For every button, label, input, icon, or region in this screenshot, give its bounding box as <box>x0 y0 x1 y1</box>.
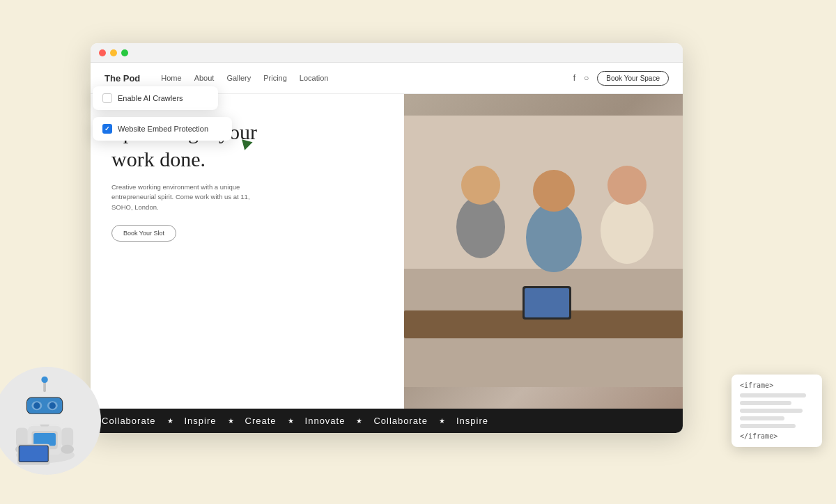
scene: The Pod Home About Gallery Pricing Locat… <box>35 43 801 461</box>
site-nav-links: Home About Gallery Pricing Location <box>161 74 573 82</box>
ticker-star-3: ★ <box>288 417 294 425</box>
ticker-text-collaborate2: Collaborate <box>373 416 428 426</box>
svg-rect-31 <box>20 446 48 462</box>
code-line-4 <box>740 416 784 420</box>
svg-point-28 <box>41 377 47 383</box>
iframe-code-popup: <iframe> </iframe> <box>732 375 822 447</box>
ticker-track: Collaborate ★ Inspire ★ Create ★ Innovat… <box>91 416 500 426</box>
ai-crawlers-label: Enable AI Crawlers <box>118 94 183 102</box>
svg-point-18 <box>61 445 74 454</box>
nav-link-pricing[interactable]: Pricing <box>263 74 287 82</box>
book-your-slot-button[interactable]: Book Your Slot <box>111 225 176 242</box>
ticker-text-collaborate: Collaborate <box>102 416 156 426</box>
popup-ai-crawlers[interactable]: Enable AI Crawlers <box>93 86 218 110</box>
ticker-item-1: Collaborate ★ Inspire ★ Create ★ Innovat… <box>91 416 500 426</box>
svg-point-8 <box>607 166 647 205</box>
ticker-star-1: ★ <box>167 417 173 425</box>
site-logo: The Pod <box>104 73 140 84</box>
hero-svg <box>404 94 683 409</box>
svg-rect-16 <box>61 427 73 447</box>
iframe-close-tag: </iframe> <box>740 432 814 440</box>
site-hero-image <box>404 94 683 409</box>
facebook-icon[interactable]: f <box>573 73 575 83</box>
browser-titlebar <box>91 43 683 63</box>
hero-photo <box>404 94 683 409</box>
svg-point-6 <box>533 170 575 212</box>
svg-point-5 <box>526 203 582 272</box>
instagram-icon[interactable]: ○ <box>584 73 589 83</box>
site-ticker: Collaborate ★ Inspire ★ Create ★ Innovat… <box>91 409 683 433</box>
ticker-star-5: ★ <box>439 417 445 425</box>
site-subtext: Creative working environment with a uniq… <box>111 182 265 212</box>
svg-point-4 <box>461 166 500 205</box>
embed-protection-checkbox[interactable] <box>102 124 112 134</box>
ticker-star-2: ★ <box>228 417 234 425</box>
browser-dot-green[interactable] <box>121 49 128 56</box>
nav-link-gallery[interactable]: Gallery <box>226 74 251 82</box>
svg-rect-10 <box>525 288 569 317</box>
embed-protection-label: Website Embed Protection <box>118 125 208 133</box>
browser-dot-red[interactable] <box>99 49 106 56</box>
svg-point-25 <box>33 402 40 409</box>
book-your-space-button[interactable]: Book Your Space <box>597 71 669 86</box>
iframe-open-tag: <iframe> <box>740 381 814 389</box>
code-line-2 <box>740 401 791 405</box>
code-line-5 <box>740 424 796 428</box>
ticker-text-innovate: Innovate <box>305 416 346 426</box>
svg-point-26 <box>49 402 56 409</box>
browser-dot-yellow[interactable] <box>110 49 117 56</box>
ticker-text-inspire2: Inspire <box>456 416 488 426</box>
svg-point-7 <box>601 197 653 264</box>
svg-point-3 <box>456 196 505 258</box>
ticker-text-create: Create <box>245 416 277 426</box>
nav-link-home[interactable]: Home <box>161 74 181 82</box>
site-content: Space to get your work done. Creative wo… <box>91 94 683 409</box>
popup-embed-protection[interactable]: Website Embed Protection <box>93 117 232 141</box>
site-nav-actions: f ○ Book Your Space <box>573 71 669 86</box>
robot-mascot <box>0 367 101 475</box>
code-line-3 <box>740 409 803 413</box>
ai-crawlers-checkbox[interactable] <box>102 93 112 103</box>
ticker-star-4: ★ <box>356 417 362 425</box>
nav-link-about[interactable]: About <box>194 74 215 82</box>
code-line-1 <box>740 393 806 397</box>
nav-link-location[interactable]: Location <box>300 74 329 82</box>
ticker-text-inspire: Inspire <box>185 416 217 426</box>
svg-rect-14 <box>33 433 56 446</box>
robot-svg <box>0 374 91 471</box>
